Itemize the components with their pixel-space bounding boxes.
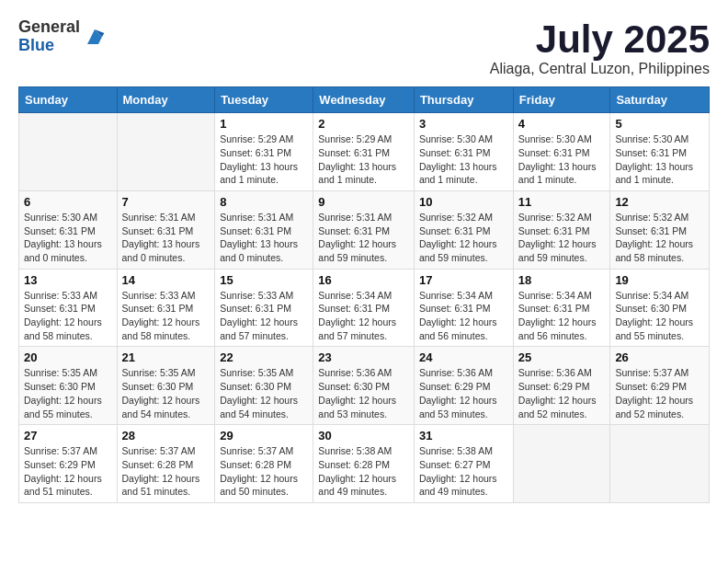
day-info: Sunrise: 5:30 AM Sunset: 6:31 PM Dayligh… xyxy=(615,132,704,187)
calendar-cell: 27Sunrise: 5:37 AM Sunset: 6:29 PM Dayli… xyxy=(19,425,118,503)
calendar-header-wednesday: Wednesday xyxy=(313,87,415,113)
calendar-header-saturday: Saturday xyxy=(610,87,710,113)
day-number: 27 xyxy=(24,429,112,442)
day-number: 16 xyxy=(318,273,409,287)
calendar-cell: 20Sunrise: 5:35 AM Sunset: 6:30 PM Dayli… xyxy=(19,347,118,425)
calendar-cell: 25Sunrise: 5:36 AM Sunset: 6:29 PM Dayli… xyxy=(513,347,610,425)
day-number: 2 xyxy=(318,117,409,131)
day-info: Sunrise: 5:34 AM Sunset: 6:31 PM Dayligh… xyxy=(419,289,508,343)
calendar-cell xyxy=(19,113,118,191)
day-number: 22 xyxy=(220,350,308,364)
day-number: 25 xyxy=(518,350,606,364)
day-number: 7 xyxy=(122,195,210,209)
calendar-header-tuesday: Tuesday xyxy=(215,87,313,113)
day-number: 5 xyxy=(615,117,704,131)
calendar-header-sunday: Sunday xyxy=(19,87,118,113)
day-info: Sunrise: 5:32 AM Sunset: 6:31 PM Dayligh… xyxy=(518,211,606,265)
calendar-cell: 22Sunrise: 5:35 AM Sunset: 6:30 PM Dayli… xyxy=(215,347,313,425)
calendar-cell: 11Sunrise: 5:32 AM Sunset: 6:31 PM Dayli… xyxy=(513,190,610,269)
day-number: 10 xyxy=(419,195,508,209)
day-number: 30 xyxy=(318,429,409,442)
day-info: Sunrise: 5:34 AM Sunset: 6:30 PM Dayligh… xyxy=(615,289,704,343)
page-header: General Blue July 2025 Aliaga, Central L… xyxy=(18,18,710,77)
day-info: Sunrise: 5:34 AM Sunset: 6:31 PM Dayligh… xyxy=(518,289,606,343)
day-number: 1 xyxy=(220,117,308,131)
calendar-cell: 10Sunrise: 5:32 AM Sunset: 6:31 PM Dayli… xyxy=(414,190,513,269)
logo: General Blue xyxy=(18,18,106,55)
day-number: 28 xyxy=(122,429,210,442)
calendar-cell: 30Sunrise: 5:38 AM Sunset: 6:28 PM Dayli… xyxy=(313,425,415,503)
calendar-cell: 16Sunrise: 5:34 AM Sunset: 6:31 PM Dayli… xyxy=(313,269,415,347)
day-info: Sunrise: 5:33 AM Sunset: 6:31 PM Dayligh… xyxy=(24,289,112,343)
calendar-cell: 9Sunrise: 5:31 AM Sunset: 6:31 PM Daylig… xyxy=(313,190,415,269)
calendar-cell xyxy=(117,113,215,191)
calendar-cell: 29Sunrise: 5:37 AM Sunset: 6:28 PM Dayli… xyxy=(215,425,313,503)
day-number: 14 xyxy=(122,273,210,287)
day-number: 6 xyxy=(24,195,112,209)
calendar-cell: 28Sunrise: 5:37 AM Sunset: 6:28 PM Dayli… xyxy=(117,425,215,503)
day-info: Sunrise: 5:31 AM Sunset: 6:31 PM Dayligh… xyxy=(122,211,210,265)
day-number: 15 xyxy=(220,273,308,287)
calendar-cell: 13Sunrise: 5:33 AM Sunset: 6:31 PM Dayli… xyxy=(19,269,118,347)
calendar-cell xyxy=(513,425,610,503)
calendar-cell: 3Sunrise: 5:30 AM Sunset: 6:31 PM Daylig… xyxy=(414,113,513,191)
calendar-cell: 1Sunrise: 5:29 AM Sunset: 6:31 PM Daylig… xyxy=(215,113,313,191)
day-info: Sunrise: 5:30 AM Sunset: 6:31 PM Dayligh… xyxy=(518,132,606,187)
calendar-table: SundayMondayTuesdayWednesdayThursdayFrid… xyxy=(18,86,710,503)
day-number: 31 xyxy=(419,429,508,442)
calendar-cell: 24Sunrise: 5:36 AM Sunset: 6:29 PM Dayli… xyxy=(414,347,513,425)
calendar-cell: 21Sunrise: 5:35 AM Sunset: 6:30 PM Dayli… xyxy=(117,347,215,425)
calendar-cell: 12Sunrise: 5:32 AM Sunset: 6:31 PM Dayli… xyxy=(610,190,710,269)
calendar-cell: 26Sunrise: 5:37 AM Sunset: 6:29 PM Dayli… xyxy=(610,347,710,425)
day-info: Sunrise: 5:37 AM Sunset: 6:28 PM Dayligh… xyxy=(122,444,210,499)
calendar-cell: 31Sunrise: 5:38 AM Sunset: 6:27 PM Dayli… xyxy=(414,425,513,503)
day-info: Sunrise: 5:33 AM Sunset: 6:31 PM Dayligh… xyxy=(122,289,210,343)
logo-general: General xyxy=(18,18,80,37)
calendar-week-1: 1Sunrise: 5:29 AM Sunset: 6:31 PM Daylig… xyxy=(19,113,710,191)
calendar-header-row: SundayMondayTuesdayWednesdayThursdayFrid… xyxy=(19,87,710,113)
calendar-cell: 15Sunrise: 5:33 AM Sunset: 6:31 PM Dayli… xyxy=(215,269,313,347)
day-number: 8 xyxy=(220,195,308,209)
day-number: 29 xyxy=(220,429,308,442)
month-title: July 2025 xyxy=(490,18,710,61)
day-info: Sunrise: 5:36 AM Sunset: 6:29 PM Dayligh… xyxy=(419,366,508,420)
title-section: July 2025 Aliaga, Central Luzon, Philipp… xyxy=(490,18,710,77)
day-info: Sunrise: 5:31 AM Sunset: 6:31 PM Dayligh… xyxy=(318,211,409,265)
calendar-cell: 7Sunrise: 5:31 AM Sunset: 6:31 PM Daylig… xyxy=(117,190,215,269)
calendar-cell: 2Sunrise: 5:29 AM Sunset: 6:31 PM Daylig… xyxy=(313,113,415,191)
day-number: 4 xyxy=(518,117,606,131)
calendar-cell: 6Sunrise: 5:30 AM Sunset: 6:31 PM Daylig… xyxy=(19,190,118,269)
day-info: Sunrise: 5:35 AM Sunset: 6:30 PM Dayligh… xyxy=(122,366,210,420)
day-number: 18 xyxy=(518,273,606,287)
calendar-cell: 5Sunrise: 5:30 AM Sunset: 6:31 PM Daylig… xyxy=(610,113,710,191)
calendar-header-monday: Monday xyxy=(117,87,215,113)
calendar-cell: 14Sunrise: 5:33 AM Sunset: 6:31 PM Dayli… xyxy=(117,269,215,347)
calendar-week-4: 20Sunrise: 5:35 AM Sunset: 6:30 PM Dayli… xyxy=(19,347,710,425)
day-info: Sunrise: 5:35 AM Sunset: 6:30 PM Dayligh… xyxy=(24,366,112,420)
day-number: 26 xyxy=(615,350,704,364)
day-number: 12 xyxy=(615,195,704,209)
calendar-cell: 18Sunrise: 5:34 AM Sunset: 6:31 PM Dayli… xyxy=(513,269,610,347)
logo-icon xyxy=(84,26,106,48)
day-info: Sunrise: 5:32 AM Sunset: 6:31 PM Dayligh… xyxy=(615,211,704,265)
calendar-week-2: 6Sunrise: 5:30 AM Sunset: 6:31 PM Daylig… xyxy=(19,190,710,269)
day-number: 13 xyxy=(24,273,112,287)
calendar-header-friday: Friday xyxy=(513,87,610,113)
calendar-header-thursday: Thursday xyxy=(414,87,513,113)
day-info: Sunrise: 5:33 AM Sunset: 6:31 PM Dayligh… xyxy=(220,289,308,343)
day-info: Sunrise: 5:38 AM Sunset: 6:27 PM Dayligh… xyxy=(419,444,508,499)
day-info: Sunrise: 5:30 AM Sunset: 6:31 PM Dayligh… xyxy=(24,211,112,265)
day-number: 11 xyxy=(518,195,606,209)
day-number: 17 xyxy=(419,273,508,287)
calendar-cell: 8Sunrise: 5:31 AM Sunset: 6:31 PM Daylig… xyxy=(215,190,313,269)
day-number: 20 xyxy=(24,350,112,364)
day-number: 24 xyxy=(419,350,508,364)
day-info: Sunrise: 5:37 AM Sunset: 6:28 PM Dayligh… xyxy=(220,444,308,499)
day-info: Sunrise: 5:36 AM Sunset: 6:29 PM Dayligh… xyxy=(518,366,606,420)
logo-blue: Blue xyxy=(18,37,80,55)
calendar-cell: 17Sunrise: 5:34 AM Sunset: 6:31 PM Dayli… xyxy=(414,269,513,347)
day-info: Sunrise: 5:37 AM Sunset: 6:29 PM Dayligh… xyxy=(615,366,704,420)
calendar-cell: 19Sunrise: 5:34 AM Sunset: 6:30 PM Dayli… xyxy=(610,269,710,347)
day-info: Sunrise: 5:35 AM Sunset: 6:30 PM Dayligh… xyxy=(220,366,308,420)
day-info: Sunrise: 5:29 AM Sunset: 6:31 PM Dayligh… xyxy=(318,132,409,187)
